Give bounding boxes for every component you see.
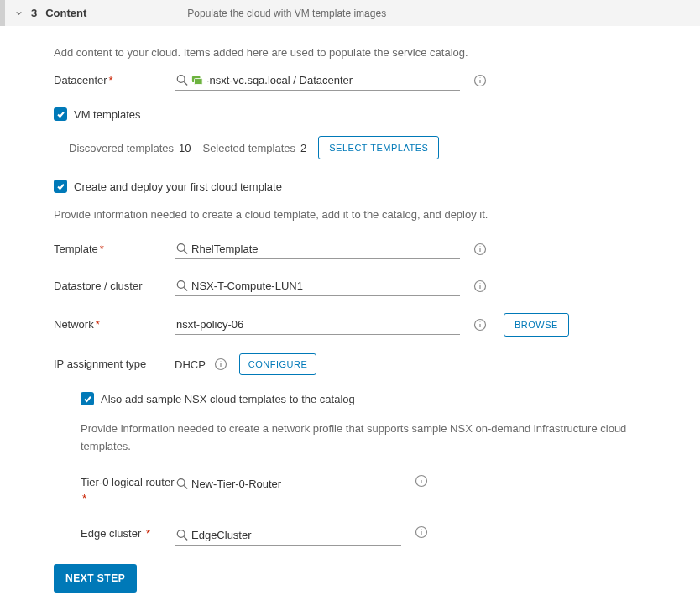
edge-cluster-row: Edge cluster *	[81, 525, 666, 546]
tier0-label: Tier-0 logical router *	[81, 474, 175, 507]
step-subtitle: Populate the cloud with VM template imag…	[187, 8, 386, 19]
info-icon[interactable]	[415, 525, 428, 539]
svg-point-12	[177, 530, 185, 537]
check-icon	[56, 182, 65, 191]
nsx-samples-checkbox-row: Also add sample NSX cloud templates to t…	[81, 392, 666, 405]
ip-assignment-label: IP assignment type	[54, 357, 175, 372]
step-title: Content	[45, 7, 86, 19]
info-icon[interactable]	[415, 474, 428, 488]
svg-point-0	[177, 76, 185, 83]
svg-point-6	[177, 281, 185, 289]
search-icon	[176, 243, 188, 254]
template-label: Template*	[54, 242, 175, 257]
nsx-samples-checkbox[interactable]	[81, 392, 94, 405]
svg-point-10	[177, 478, 185, 486]
ip-assignment-row: IP assignment type DHCP CONFIGURE	[54, 353, 700, 375]
datacenter-input[interactable]	[175, 70, 460, 91]
search-icon	[176, 279, 188, 291]
template-input[interactable]	[175, 239, 460, 259]
next-step-button[interactable]: NEXT STEP	[54, 564, 137, 593]
tier0-input[interactable]	[175, 474, 401, 494]
selected-count: 2	[300, 142, 306, 154]
svg-rect-2	[195, 79, 203, 85]
vm-templates-checkbox[interactable]	[54, 107, 67, 121]
create-deploy-desc: Provide information needed to create a c…	[54, 208, 700, 221]
create-deploy-label: Create and deploy your first cloud templ…	[74, 180, 282, 193]
search-icon	[176, 74, 188, 86]
ip-assignment-value: DHCP	[175, 358, 206, 371]
intro-text: Add content to your cloud. Items added h…	[54, 46, 700, 59]
network-row: Network* BROWSE	[54, 313, 700, 337]
configure-button[interactable]: CONFIGURE	[239, 353, 317, 375]
vm-templates-checkbox-row: VM templates	[54, 107, 700, 121]
section-header[interactable]: 3 Content Populate the cloud with VM tem…	[0, 0, 700, 26]
template-row: Template*	[54, 239, 700, 259]
nsx-samples-desc: Provide information needed to create a n…	[81, 420, 666, 456]
templates-summary: Discovered templates 10 Selected templat…	[69, 136, 700, 159]
datacenter-label: Datacenter*	[54, 73, 175, 88]
step-number: 3	[31, 7, 37, 19]
vm-templates-label: VM templates	[74, 108, 140, 121]
datastore-row: Datastore / cluster	[54, 276, 700, 296]
create-deploy-checkbox[interactable]	[54, 180, 67, 193]
tier0-row: Tier-0 logical router *	[81, 474, 666, 507]
datacenter-row: Datacenter*	[54, 70, 700, 91]
network-input[interactable]	[175, 315, 460, 335]
edge-cluster-label: Edge cluster *	[81, 525, 175, 542]
info-icon[interactable]	[473, 74, 487, 87]
check-icon	[83, 394, 92, 404]
svg-point-4	[177, 244, 185, 252]
datastore-input[interactable]	[175, 276, 460, 296]
select-templates-button[interactable]: SELECT TEMPLATES	[318, 136, 439, 159]
info-icon[interactable]	[473, 318, 487, 332]
create-deploy-checkbox-row: Create and deploy your first cloud templ…	[54, 180, 700, 193]
selected-templates-label: Selected templates	[202, 142, 295, 154]
chevron-down-icon	[15, 9, 23, 17]
info-icon[interactable]	[473, 243, 487, 256]
discovered-count: 10	[179, 142, 191, 154]
info-icon[interactable]	[473, 279, 487, 293]
search-icon	[176, 529, 188, 540]
browse-button[interactable]: BROWSE	[504, 313, 569, 337]
nsx-samples-label: Also add sample NSX cloud templates to t…	[101, 393, 355, 405]
datastore-label: Datastore / cluster	[54, 279, 175, 294]
info-icon[interactable]	[214, 358, 227, 371]
check-icon	[56, 110, 65, 119]
discovered-templates-label: Discovered templates	[69, 142, 174, 154]
search-icon	[176, 478, 188, 489]
network-label: Network*	[54, 317, 175, 332]
vm-icon	[191, 74, 203, 86]
edge-cluster-input[interactable]	[175, 525, 401, 546]
